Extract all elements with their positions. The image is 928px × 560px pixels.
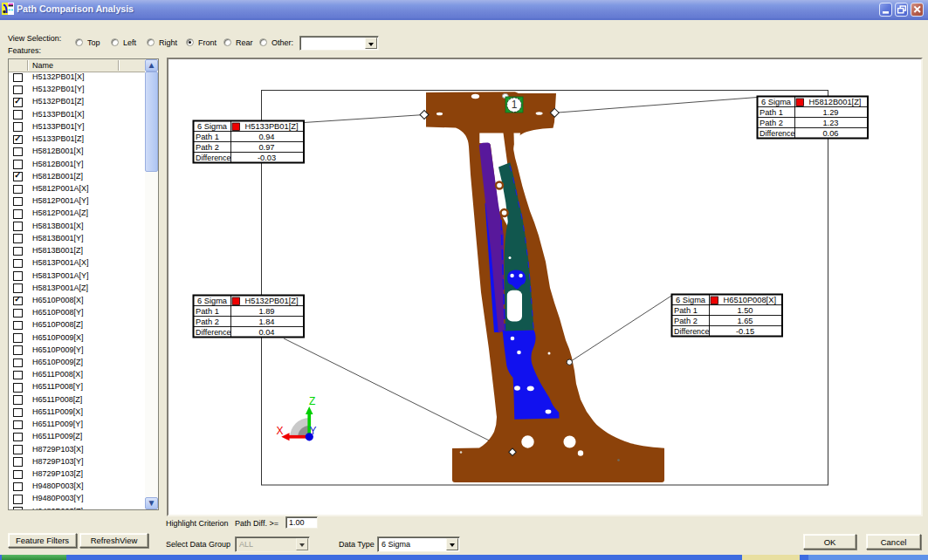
svg-text:1.84: 1.84 [258, 318, 274, 326]
svg-text:1.89: 1.89 [258, 307, 274, 316]
svg-text:1.65: 1.65 [737, 317, 753, 325]
svg-text:1: 1 [512, 99, 518, 111]
svg-text:Difference: Difference [760, 129, 795, 138]
svg-text:6 Sigma: 6 Sigma [197, 297, 228, 305]
svg-text:Z: Z [309, 395, 315, 407]
svg-text:Difference: Difference [196, 154, 231, 162]
svg-text:-0.15: -0.15 [736, 327, 754, 336]
svg-text:1.29: 1.29 [822, 108, 838, 117]
svg-text:Path 1: Path 1 [674, 306, 698, 315]
svg-text:Difference: Difference [196, 328, 231, 337]
svg-text:0.06: 0.06 [822, 129, 838, 138]
svg-text:X: X [277, 425, 284, 437]
svg-text:-0.03: -0.03 [258, 154, 276, 162]
svg-text:Path 2: Path 2 [196, 318, 219, 326]
svg-text:0.94: 0.94 [258, 133, 274, 141]
svg-text:Path 1: Path 1 [196, 307, 219, 316]
svg-text:H5133PB01[Z]: H5133PB01[Z] [245, 122, 299, 131]
svg-text:H5812B001[Z]: H5812B001[Z] [809, 98, 862, 106]
svg-text:Difference: Difference [674, 327, 710, 336]
svg-text:H6510P008[X]: H6510P008[X] [724, 296, 776, 304]
svg-text:Path 2: Path 2 [674, 317, 698, 325]
svg-text:H5132PB01[Z]: H5132PB01[Z] [245, 297, 299, 305]
svg-text:1.50: 1.50 [737, 306, 753, 315]
svg-text:6 Sigma: 6 Sigma [761, 98, 792, 106]
svg-text:1.23: 1.23 [822, 119, 838, 127]
svg-text:0.04: 0.04 [258, 328, 274, 337]
svg-text:0.97: 0.97 [258, 143, 274, 152]
svg-text:Path 1: Path 1 [760, 108, 783, 117]
svg-text:Path 1: Path 1 [196, 133, 219, 141]
svg-text:6 Sigma: 6 Sigma [676, 296, 706, 304]
svg-text:Path 2: Path 2 [196, 143, 219, 152]
svg-text:Path 2: Path 2 [760, 119, 783, 127]
svg-text:6 Sigma: 6 Sigma [197, 122, 228, 131]
